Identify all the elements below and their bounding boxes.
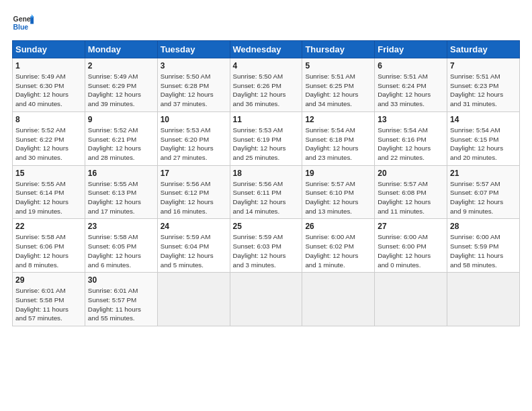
day-info: Sunrise: 5:50 AM Sunset: 6:28 PM Dayligh… [161, 73, 214, 107]
day-number: 3 [161, 61, 227, 71]
empty-cell [302, 273, 375, 326]
day-number: 22 [15, 222, 82, 231]
day-number: 18 [233, 169, 300, 178]
day-cell-6: 6 Sunrise: 5:51 AM Sunset: 6:24 PM Dayli… [375, 58, 447, 112]
day-info: Sunrise: 5:50 AM Sunset: 6:26 PM Dayligh… [233, 73, 286, 107]
day-cell-4: 4 Sunrise: 5:50 AM Sunset: 6:26 PM Dayli… [230, 58, 302, 112]
week-row-5: 29 Sunrise: 6:01 AM Sunset: 5:58 PM Dayl… [13, 273, 520, 326]
header: General Blue [12, 12, 520, 34]
day-cell-1: 1 Sunrise: 5:49 AM Sunset: 6:30 PM Dayli… [13, 58, 85, 112]
logo-icon: General Blue [12, 12, 34, 34]
day-cell-19: 19 Sunrise: 5:57 AM Sunset: 6:10 PM Dayl… [302, 165, 375, 219]
week-row-1: 1 Sunrise: 5:49 AM Sunset: 6:30 PM Dayli… [13, 58, 520, 112]
day-number: 20 [378, 169, 444, 178]
day-number: 12 [305, 115, 371, 124]
day-cell-2: 2 Sunrise: 5:49 AM Sunset: 6:29 PM Dayli… [85, 58, 157, 112]
day-info: Sunrise: 5:57 AM Sunset: 6:08 PM Dayligh… [378, 180, 431, 215]
day-number: 30 [88, 275, 154, 285]
day-cell-22: 22 Sunrise: 5:58 AM Sunset: 6:06 PM Dayl… [13, 219, 85, 273]
day-info: Sunrise: 5:52 AM Sunset: 6:22 PM Dayligh… [15, 126, 69, 161]
day-info: Sunrise: 5:59 AM Sunset: 6:03 PM Dayligh… [233, 233, 286, 268]
col-sunday: Sunday [13, 41, 85, 58]
day-cell-13: 13 Sunrise: 5:54 AM Sunset: 6:16 PM Dayl… [375, 111, 447, 165]
day-number: 23 [88, 222, 154, 231]
empty-cell [157, 273, 230, 326]
day-info: Sunrise: 5:58 AM Sunset: 6:06 PM Dayligh… [15, 233, 69, 268]
day-info: Sunrise: 5:59 AM Sunset: 6:04 PM Dayligh… [161, 233, 214, 268]
week-row-3: 15 Sunrise: 5:55 AM Sunset: 6:14 PM Dayl… [13, 165, 520, 219]
day-info: Sunrise: 5:49 AM Sunset: 6:29 PM Dayligh… [88, 73, 141, 107]
day-cell-7: 7 Sunrise: 5:51 AM Sunset: 6:23 PM Dayli… [447, 58, 520, 112]
day-number: 5 [305, 61, 371, 71]
day-info: Sunrise: 5:51 AM Sunset: 6:23 PM Dayligh… [450, 73, 503, 107]
day-cell-12: 12 Sunrise: 5:54 AM Sunset: 6:18 PM Dayl… [302, 111, 375, 165]
day-info: Sunrise: 6:00 AM Sunset: 6:02 PM Dayligh… [305, 233, 358, 268]
day-number: 26 [305, 222, 371, 231]
day-cell-8: 8 Sunrise: 5:52 AM Sunset: 6:22 PM Dayli… [13, 111, 85, 165]
day-info: Sunrise: 5:49 AM Sunset: 6:30 PM Dayligh… [15, 73, 69, 107]
day-number: 13 [378, 115, 444, 124]
day-number: 27 [378, 222, 444, 231]
day-cell-11: 11 Sunrise: 5:53 AM Sunset: 6:19 PM Dayl… [230, 111, 302, 165]
day-number: 8 [15, 115, 82, 124]
day-cell-28: 28 Sunrise: 6:00 AM Sunset: 5:59 PM Dayl… [447, 219, 520, 273]
day-number: 2 [88, 61, 154, 71]
day-cell-17: 17 Sunrise: 5:56 AM Sunset: 6:12 PM Dayl… [157, 165, 230, 219]
day-info: Sunrise: 5:54 AM Sunset: 6:18 PM Dayligh… [305, 126, 358, 161]
day-cell-25: 25 Sunrise: 5:59 AM Sunset: 6:03 PM Dayl… [230, 219, 302, 273]
col-tuesday: Tuesday [157, 41, 230, 58]
header-row: Sunday Monday Tuesday Wednesday Thursday… [13, 41, 520, 58]
day-info: Sunrise: 6:00 AM Sunset: 6:00 PM Dayligh… [378, 233, 431, 268]
day-cell-9: 9 Sunrise: 5:52 AM Sunset: 6:21 PM Dayli… [85, 111, 157, 165]
day-cell-30: 30 Sunrise: 6:01 AM Sunset: 5:57 PM Dayl… [85, 273, 157, 326]
day-info: Sunrise: 5:56 AM Sunset: 6:11 PM Dayligh… [233, 180, 286, 215]
day-cell-27: 27 Sunrise: 6:00 AM Sunset: 6:00 PM Dayl… [375, 219, 447, 273]
svg-text:Blue: Blue [13, 24, 29, 31]
day-cell-16: 16 Sunrise: 5:55 AM Sunset: 6:13 PM Dayl… [85, 165, 157, 219]
day-number: 1 [15, 61, 82, 71]
day-number: 4 [233, 61, 300, 71]
calendar-body: 1 Sunrise: 5:49 AM Sunset: 6:30 PM Dayli… [13, 58, 520, 326]
day-number: 25 [233, 222, 300, 231]
day-cell-18: 18 Sunrise: 5:56 AM Sunset: 6:11 PM Dayl… [230, 165, 302, 219]
day-number: 28 [450, 222, 517, 231]
day-info: Sunrise: 5:57 AM Sunset: 6:07 PM Dayligh… [450, 180, 503, 215]
day-number: 7 [450, 61, 517, 71]
day-number: 21 [450, 169, 517, 178]
day-info: Sunrise: 5:51 AM Sunset: 6:25 PM Dayligh… [305, 73, 358, 107]
page: General Blue Sunday Monday Tuesday Wedne… [0, 0, 532, 411]
day-cell-23: 23 Sunrise: 5:58 AM Sunset: 6:05 PM Dayl… [85, 219, 157, 273]
empty-cell [447, 273, 520, 326]
col-thursday: Thursday [302, 41, 375, 58]
day-number: 19 [305, 169, 371, 178]
day-number: 24 [161, 222, 227, 231]
day-number: 14 [450, 115, 517, 124]
day-cell-29: 29 Sunrise: 6:01 AM Sunset: 5:58 PM Dayl… [13, 273, 85, 326]
day-info: Sunrise: 5:53 AM Sunset: 6:19 PM Dayligh… [233, 126, 286, 161]
day-info: Sunrise: 6:01 AM Sunset: 5:58 PM Dayligh… [15, 287, 69, 322]
day-number: 10 [161, 115, 227, 124]
day-cell-26: 26 Sunrise: 6:00 AM Sunset: 6:02 PM Dayl… [302, 219, 375, 273]
week-row-2: 8 Sunrise: 5:52 AM Sunset: 6:22 PM Dayli… [13, 111, 520, 165]
day-info: Sunrise: 5:57 AM Sunset: 6:10 PM Dayligh… [305, 180, 358, 215]
day-cell-14: 14 Sunrise: 5:54 AM Sunset: 6:15 PM Dayl… [447, 111, 520, 165]
day-number: 16 [88, 169, 154, 178]
day-number: 11 [233, 115, 300, 124]
day-info: Sunrise: 5:54 AM Sunset: 6:16 PM Dayligh… [378, 126, 431, 161]
day-info: Sunrise: 5:58 AM Sunset: 6:05 PM Dayligh… [88, 233, 141, 268]
logo: General Blue [12, 12, 16, 34]
col-saturday: Saturday [447, 41, 520, 58]
day-cell-10: 10 Sunrise: 5:53 AM Sunset: 6:20 PM Dayl… [157, 111, 230, 165]
col-wednesday: Wednesday [230, 41, 302, 58]
day-cell-15: 15 Sunrise: 5:55 AM Sunset: 6:14 PM Dayl… [13, 165, 85, 219]
day-info: Sunrise: 5:51 AM Sunset: 6:24 PM Dayligh… [378, 73, 431, 107]
day-cell-24: 24 Sunrise: 5:59 AM Sunset: 6:04 PM Dayl… [157, 219, 230, 273]
day-info: Sunrise: 5:55 AM Sunset: 6:14 PM Dayligh… [15, 180, 69, 215]
day-info: Sunrise: 6:01 AM Sunset: 5:57 PM Dayligh… [88, 287, 141, 322]
col-friday: Friday [375, 41, 447, 58]
day-info: Sunrise: 5:54 AM Sunset: 6:15 PM Dayligh… [450, 126, 503, 161]
day-number: 15 [15, 169, 82, 178]
day-cell-20: 20 Sunrise: 5:57 AM Sunset: 6:08 PM Dayl… [375, 165, 447, 219]
day-number: 9 [88, 115, 154, 124]
day-info: Sunrise: 5:53 AM Sunset: 6:20 PM Dayligh… [161, 126, 214, 161]
